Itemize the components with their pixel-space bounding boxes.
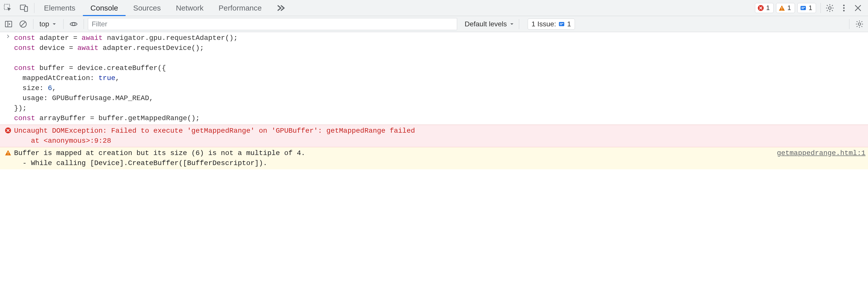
svg-point-17 [72, 23, 75, 25]
error-count: 1 [766, 4, 770, 12]
error-icon [4, 126, 11, 134]
svg-rect-7 [801, 7, 805, 7]
execution-context-label: top [39, 20, 49, 28]
svg-point-12 [843, 10, 845, 11]
separator [34, 3, 34, 13]
separator [84, 19, 84, 29]
kebab-menu-icon[interactable] [837, 3, 851, 12]
console-settings-icon[interactable] [854, 18, 866, 30]
info-icon [558, 21, 565, 28]
svg-rect-5 [782, 9, 782, 10]
warning-icon [778, 4, 785, 11]
info-icon [800, 4, 807, 11]
log-levels-label: Default levels [465, 20, 507, 28]
error-icon [757, 4, 764, 11]
tab-sources[interactable]: Sources [126, 0, 168, 16]
svg-point-9 [829, 6, 831, 9]
settings-icon[interactable] [823, 3, 837, 12]
console-error-text: Uncaught DOMException: Failed to execute… [11, 126, 866, 146]
svg-rect-19 [560, 23, 563, 24]
chevron-down-icon [51, 21, 57, 27]
devtools-tabbar: Elements Console Sources Network Perform… [0, 0, 868, 16]
main-tabs: Elements Console Sources Network Perform… [36, 0, 269, 16]
svg-point-11 [843, 7, 845, 9]
more-tabs-icon[interactable] [269, 2, 292, 13]
svg-rect-8 [801, 8, 804, 9]
console-body: const adapter = await navigator.gpu.requ… [0, 32, 868, 303]
separator [63, 19, 64, 29]
sidebar-toggle-icon[interactable] [2, 18, 14, 30]
issues-count: 1 [567, 20, 571, 28]
issues-badge[interactable]: 1 Issue: 1 [528, 19, 575, 30]
filter-input[interactable] [88, 18, 457, 30]
live-expression-icon[interactable] [68, 18, 80, 30]
console-toolbar: top Default levels 1 Issue: 1 [0, 16, 868, 32]
device-toolbar-icon[interactable] [16, 0, 32, 16]
separator [33, 19, 33, 29]
svg-rect-13 [5, 21, 12, 27]
tab-performance[interactable]: Performance [211, 0, 269, 16]
tab-console[interactable]: Console [83, 0, 126, 16]
warning-count-badge[interactable]: 1 [776, 3, 795, 13]
info-count-badge[interactable]: 1 [798, 3, 816, 13]
clear-console-icon[interactable] [17, 18, 29, 30]
separator [849, 19, 849, 29]
warning-icon [4, 148, 11, 156]
chevron-down-icon [509, 21, 515, 27]
console-warning-row[interactable]: getmappedrange.html:1Buffer is mapped at… [0, 147, 868, 169]
error-count-badge[interactable]: 1 [755, 3, 774, 13]
console-input-row[interactable]: const adapter = await navigator.gpu.requ… [0, 32, 868, 125]
source-link[interactable]: getmappedrange.html:1 [777, 148, 866, 158]
svg-rect-20 [560, 24, 562, 25]
svg-rect-18 [559, 22, 564, 26]
svg-rect-23 [8, 152, 8, 154]
close-icon[interactable] [851, 3, 865, 12]
issues-label: 1 Issue: [531, 20, 556, 28]
console-error-row[interactable]: Uncaught DOMException: Failed to execute… [0, 125, 868, 147]
svg-rect-2 [25, 6, 28, 11]
log-levels-select[interactable]: Default levels [465, 20, 515, 28]
tab-elements[interactable]: Elements [36, 0, 83, 16]
svg-point-10 [843, 4, 845, 6]
tabbar-right: 1 1 1 [755, 3, 868, 13]
execution-context-select[interactable]: top [37, 20, 59, 28]
input-chevron-icon [4, 33, 11, 39]
svg-rect-4 [782, 7, 782, 9]
warning-count: 1 [787, 4, 791, 12]
console-input-code: const adapter = await navigator.gpu.requ… [11, 33, 866, 124]
svg-line-16 [21, 22, 25, 26]
svg-rect-6 [800, 6, 806, 10]
separator [519, 19, 519, 29]
svg-point-21 [858, 23, 861, 25]
console-warning-text: getmappedrange.html:1Buffer is mapped at… [11, 148, 866, 168]
inspect-element-icon[interactable] [0, 0, 16, 16]
devtools-window: Elements Console Sources Network Perform… [0, 0, 868, 303]
info-count: 1 [809, 4, 812, 12]
separator [820, 3, 821, 13]
svg-rect-24 [8, 154, 8, 155]
tab-network[interactable]: Network [168, 0, 211, 16]
